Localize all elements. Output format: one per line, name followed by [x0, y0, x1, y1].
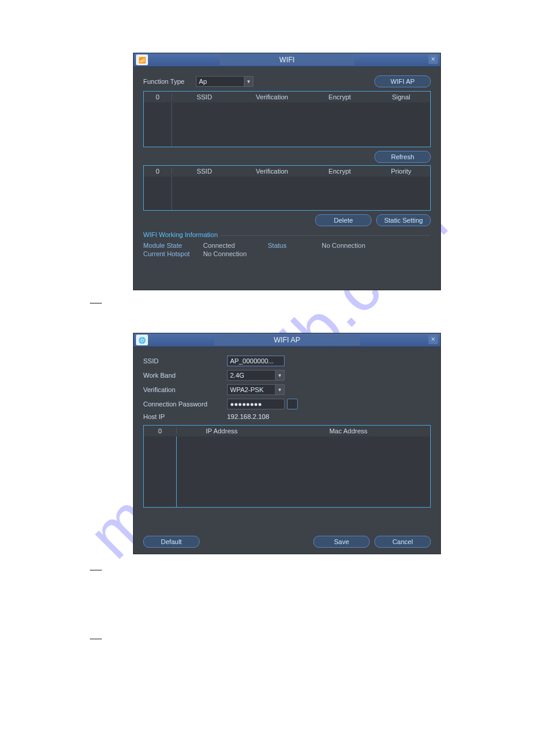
- work-band-value: 2.4G: [230, 372, 244, 379]
- chevron-down-icon: ▼: [244, 77, 253, 86]
- verification-select[interactable]: WPA2-PSK ▼: [227, 384, 285, 395]
- module-state-value: Connected: [203, 242, 268, 249]
- current-hotspot-label: Current Hotspot: [143, 250, 203, 257]
- col-encrypt: Encrypt: [307, 168, 372, 175]
- col-mac: Mac Address: [267, 427, 430, 435]
- globe-icon: 🌐: [136, 335, 148, 345]
- divider: [220, 235, 431, 236]
- function-type-select[interactable]: Ap ▼: [196, 76, 253, 87]
- ssid-label: SSID: [143, 357, 227, 365]
- dialog-title: WIFI: [219, 54, 354, 65]
- delete-button[interactable]: Delete: [315, 214, 371, 226]
- refresh-button[interactable]: Refresh: [374, 151, 431, 163]
- wifi-dialog: 📶 WIFI × Function Type Ap ▼ WIFI AP 0 SS…: [133, 53, 441, 290]
- cancel-button[interactable]: Cancel: [374, 536, 431, 548]
- wifi-ap-dialog: 🌐 WIFI AP × SSID AP_0000000... Work Band…: [133, 333, 441, 554]
- module-state-label: Module State: [143, 242, 203, 249]
- col-signal: Signal: [372, 93, 430, 101]
- col-priority: Priority: [372, 168, 430, 175]
- wifi-ap-button[interactable]: WIFI AP: [374, 75, 431, 87]
- show-password-toggle[interactable]: [287, 399, 298, 409]
- grid-body[interactable]: [144, 177, 430, 210]
- ssid-value: AP_0000000...: [230, 357, 274, 365]
- password-label: Connection Password: [143, 400, 227, 408]
- grid-body[interactable]: [144, 436, 430, 507]
- close-icon[interactable]: ×: [428, 335, 438, 344]
- saved-networks-grid: 0 SSID Verification Encrypt Priority: [143, 165, 431, 211]
- col-index: 0: [144, 93, 172, 101]
- col-ssid: SSID: [172, 168, 237, 175]
- ssid-input[interactable]: AP_0000000...: [227, 356, 285, 366]
- host-ip-label: Host IP: [143, 413, 227, 420]
- col-verification: Verification: [237, 93, 307, 101]
- function-type-value: Ap: [199, 78, 207, 85]
- function-type-label: Function Type: [143, 78, 196, 85]
- col-index: 0: [144, 427, 177, 435]
- page-text: [90, 294, 102, 303]
- status-label: Status: [268, 242, 322, 249]
- col-index: 0: [144, 168, 172, 175]
- chevron-down-icon: ▼: [275, 385, 284, 394]
- close-icon[interactable]: ×: [428, 54, 438, 64]
- page-text: [90, 630, 102, 639]
- status-value: No Connection: [322, 242, 365, 249]
- host-ip-value: 192.168.2.108: [227, 413, 269, 420]
- clients-grid: 0 IP Address Mac Address: [143, 425, 431, 508]
- grid-body[interactable]: [144, 102, 430, 147]
- col-ip: IP Address: [177, 427, 267, 435]
- wifi-icon: 📶: [136, 54, 148, 65]
- available-networks-grid: 0 SSID Verification Encrypt Signal: [143, 91, 431, 147]
- col-verification: Verification: [237, 168, 307, 175]
- default-button[interactable]: Default: [143, 536, 200, 548]
- save-button[interactable]: Save: [313, 536, 370, 548]
- titlebar: 🌐 WIFI AP ×: [134, 333, 440, 347]
- col-ssid: SSID: [172, 93, 237, 101]
- chevron-down-icon: ▼: [275, 371, 284, 380]
- password-value: ●●●●●●●●: [230, 400, 262, 408]
- wifi-info-section: WIFI Working Information: [143, 231, 218, 238]
- work-band-label: Work Band: [143, 372, 227, 379]
- dialog-title: WIFI AP: [214, 335, 360, 345]
- verification-label: Verification: [143, 386, 227, 393]
- status-area: Module State Connected Status No Connect…: [143, 242, 431, 257]
- col-encrypt: Encrypt: [307, 93, 372, 101]
- work-band-select[interactable]: 2.4G ▼: [227, 370, 285, 381]
- page-text: [90, 561, 102, 570]
- verification-value: WPA2-PSK: [230, 386, 264, 393]
- titlebar: 📶 WIFI ×: [134, 53, 440, 67]
- current-hotspot-value: No Connection: [203, 250, 268, 257]
- static-setting-button[interactable]: Static Setting: [376, 214, 431, 226]
- password-input[interactable]: ●●●●●●●●: [227, 399, 285, 409]
